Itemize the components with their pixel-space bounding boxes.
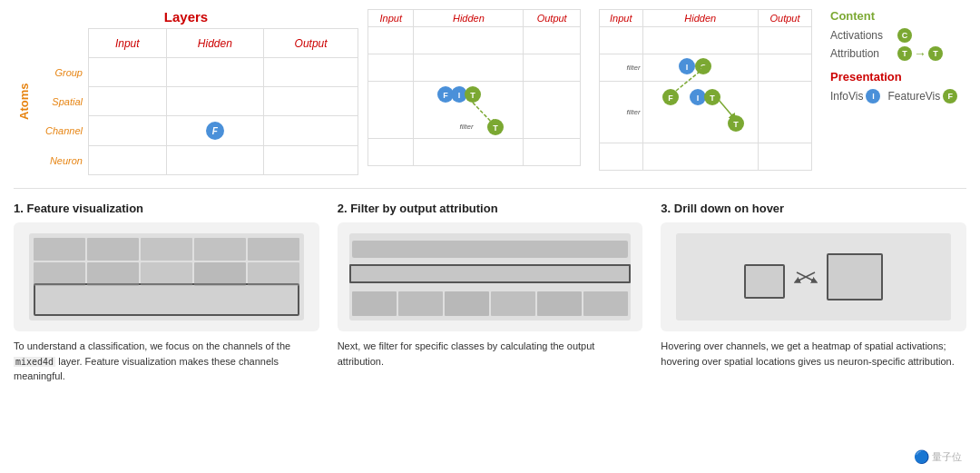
cell [524, 139, 581, 166]
example-2-title: 2. Filter by output attribution [338, 202, 643, 215]
table-row: filter I C [600, 54, 812, 82]
svg-line-21 [719, 100, 734, 118]
example-1-number: 1. [14, 202, 26, 215]
cell-filter-label: filter [600, 54, 643, 82]
cell [758, 27, 811, 54]
layers-section: Layers Atoms Input Hidden Output [14, 9, 358, 175]
col-input: Input [600, 10, 643, 27]
zoom-arrows-svg [792, 268, 819, 286]
row-spatial: Spatial [38, 87, 88, 116]
example-3-number: 3. [661, 202, 673, 215]
table-row [368, 54, 581, 82]
cell [524, 82, 581, 139]
svg-text:T: T [710, 94, 715, 103]
diagram-3-channel-svg: F I T [660, 84, 741, 138]
svg-text:I: I [685, 63, 688, 72]
cell [264, 116, 358, 146]
infovis-item: InfoVis I [830, 89, 880, 103]
cell [368, 27, 414, 54]
row-group: Group [38, 58, 88, 87]
cell [414, 27, 524, 54]
featurevis-label: FeatureVis [887, 90, 940, 103]
table-row [368, 27, 581, 54]
content-section: Content Activations C Attribution T → T … [821, 9, 966, 175]
example-2-image [338, 222, 643, 331]
cell-ic: I C [642, 54, 758, 82]
example-3: 3. Drill down on hover [661, 202, 966, 384]
atoms-label: Atoms [14, 28, 34, 175]
diagram-3-spatial-svg: I C [678, 56, 723, 76]
table-row: Neuron [38, 146, 358, 175]
cell [414, 139, 524, 166]
cell [758, 143, 811, 171]
row-channel: Channel [38, 116, 88, 146]
cell [264, 58, 358, 87]
cell [600, 143, 643, 171]
col-hidden: Hidden [166, 29, 264, 58]
svg-text:F: F [668, 94, 673, 103]
example-3-image [661, 222, 966, 331]
infovis-label: InfoVis [830, 90, 863, 103]
activations-badge: C [897, 28, 912, 43]
diagram-table-3: Input Hidden Output filt [599, 9, 812, 171]
cell [264, 146, 358, 175]
attribution-arrow: → [914, 46, 926, 61]
watermark-icon: 🔵 [914, 449, 929, 464]
watermark-text: 量子位 [932, 450, 962, 464]
diagram-2: Input Hidden Output [358, 9, 590, 175]
table-row: Spatial [38, 87, 358, 116]
col-output: Output [758, 10, 811, 27]
table-row [600, 143, 812, 171]
example-2: 2. Filter by output attribution [338, 202, 643, 384]
content-title: Content [830, 9, 966, 23]
presentation-title: Presentation [830, 70, 966, 84]
attribution-badge-from: T [897, 46, 912, 61]
table-row: Channel F [38, 116, 358, 146]
node-f: F [206, 122, 224, 140]
svg-text:F: F [444, 91, 449, 100]
example-1-title: 1. Feature visualization [14, 202, 319, 215]
col-hidden: Hidden [414, 10, 524, 27]
table-row: filter [600, 82, 812, 143]
presentation-row: InfoVis I FeatureVis F [830, 89, 966, 103]
row-neuron: Neuron [38, 146, 88, 175]
corner-cell [38, 29, 88, 58]
svg-text:I: I [696, 94, 699, 103]
cell [166, 87, 264, 116]
activations-label: Activations [830, 29, 894, 42]
featurevis-badge: F [943, 89, 957, 103]
cell-filter-label2: filter [600, 82, 643, 143]
example-3-text: Hovering over channels, we get a heatmap… [661, 339, 966, 369]
watermark: 🔵 量子位 [914, 449, 962, 464]
table-row [600, 27, 812, 54]
example-3-title: 3. Drill down on hover [661, 202, 966, 215]
col-hidden: Hidden [642, 10, 758, 27]
cell [600, 27, 643, 54]
infovis-badge: I [866, 89, 880, 103]
example-1-label: Feature visualization [26, 202, 143, 215]
cell-fit: F I T filter [414, 82, 524, 139]
small-box [744, 264, 785, 299]
svg-text:filter: filter [460, 123, 474, 131]
arrows-symbol [792, 268, 819, 286]
svg-text:T: T [733, 120, 739, 129]
attribution-row: Attribution T → T [830, 46, 966, 61]
cell [758, 82, 811, 143]
col-output: Output [264, 29, 358, 58]
diagram-2-svg: F I T filter [432, 84, 505, 133]
attribution-label: Attribution [830, 47, 894, 60]
cell [758, 54, 811, 82]
cell-fit2: F I T [642, 82, 758, 143]
cell [88, 116, 166, 146]
table-row [368, 139, 581, 166]
divider [14, 188, 966, 189]
cell [524, 27, 581, 54]
cell [368, 82, 414, 139]
svg-text:T: T [494, 123, 499, 133]
cell [368, 139, 414, 166]
svg-text:I: I [458, 91, 461, 100]
diagram-3: Input Hidden Output filt [590, 9, 821, 175]
code-mixed4d: mixed4d [14, 357, 55, 367]
svg-text:C: C [701, 63, 707, 72]
cell [264, 87, 358, 116]
